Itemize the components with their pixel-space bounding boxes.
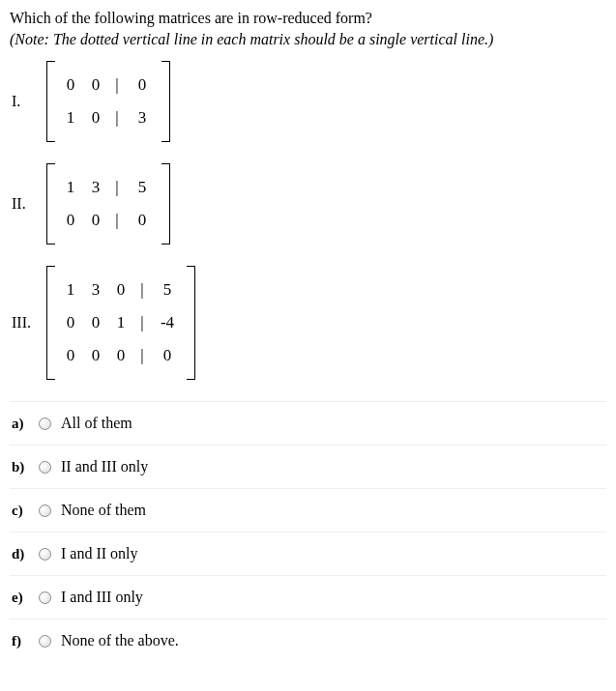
option-radio[interactable] [39,461,51,474]
option-label: c) [12,503,37,519]
option-label: b) [12,459,37,475]
table-row: 0 0 0 | 0 [58,339,184,372]
option-radio[interactable] [39,548,51,561]
matrix-cell: 3 [126,108,159,128]
matrix-cell: 0 [108,280,133,300]
option-label: f) [12,633,37,649]
answer-options: a) All of them b) II and III only c) Non… [10,401,606,662]
option-radio[interactable] [39,591,51,604]
option-label: d) [12,546,37,562]
matrix-cell: 1 [58,280,83,300]
option-a[interactable]: a) All of them [10,401,606,445]
matrix-cell: 0 [126,211,159,230]
matrix-cell: 1 [108,313,133,332]
matrix-2: 1 3 | 5 0 0 | 0 [46,163,170,245]
option-label: e) [12,590,37,606]
matrix-cell: 5 [126,178,159,197]
option-text: I and III only [61,589,143,606]
table-row: 1 3 | 5 [58,171,159,204]
matrix-cell: 0 [126,75,159,95]
matrix-label: III. [12,314,46,331]
option-text: None of the above. [61,632,179,649]
matrix-cell: 0 [83,75,108,95]
matrix-label: II. [12,195,46,213]
aug-separator-icon: | [108,178,126,197]
matrix-block-1: I. 0 0 | 0 1 0 | 3 [12,61,606,142]
matrix-cell: 0 [58,75,83,95]
matrix-cell: 0 [83,346,108,365]
matrix-cell: 0 [108,346,133,365]
matrix-cell: -4 [151,313,184,332]
aug-separator-icon: | [133,346,151,365]
matrix-cell: 3 [83,280,108,300]
matrix-cell: 0 [58,346,83,365]
option-f[interactable]: f) None of the above. [10,619,606,662]
matrix-cell: 0 [58,313,83,332]
option-radio[interactable] [39,635,51,648]
matrix-block-3: III. 1 3 0 | 5 0 0 1 | -4 0 0 0 | 0 [12,266,606,380]
matrix-3: 1 3 0 | 5 0 0 1 | -4 0 0 0 | 0 [46,266,195,380]
option-b[interactable]: b) II and III only [10,445,606,488]
option-e[interactable]: e) I and III only [10,575,606,619]
matrix-cell: 3 [83,178,108,197]
matrix-cell: 0 [151,346,184,365]
option-d[interactable]: d) I and II only [10,532,606,575]
option-label: a) [12,416,37,432]
aug-separator-icon: | [133,313,151,332]
matrix-block-2: II. 1 3 | 5 0 0 | 0 [12,163,606,245]
matrix-cell: 1 [58,108,83,128]
aug-separator-icon: | [133,280,151,300]
table-row: 0 0 | 0 [58,69,159,101]
matrix-1: 0 0 | 0 1 0 | 3 [46,61,170,142]
table-row: 0 0 1 | -4 [58,306,184,339]
matrix-cell: 1 [58,178,83,197]
option-radio[interactable] [39,504,51,517]
matrices-container: I. 0 0 | 0 1 0 | 3 II. 1 3 | 5 [12,61,606,380]
table-row: 1 0 | 3 [58,101,159,134]
option-text: II and III only [61,458,148,475]
question-note: (Note: The dotted vertical line in each … [10,29,606,50]
option-text: All of them [61,415,132,432]
aug-separator-icon: | [108,108,126,128]
option-radio[interactable] [39,417,51,430]
matrix-cell: 5 [151,280,184,300]
question-block: Which of the following matrices are in r… [10,8,606,49]
aug-separator-icon: | [108,75,126,95]
matrix-cell: 0 [83,108,108,128]
table-row: 1 3 0 | 5 [58,274,184,306]
matrix-cell: 0 [83,211,108,230]
option-text: None of them [61,502,146,519]
matrix-label: I. [12,93,46,110]
matrix-cell: 0 [83,313,108,332]
table-row: 0 0 | 0 [58,204,159,237]
option-c[interactable]: c) None of them [10,488,606,532]
aug-separator-icon: | [108,211,126,230]
matrix-cell: 0 [58,211,83,230]
option-text: I and II only [61,545,138,562]
question-prompt: Which of the following matrices are in r… [10,8,606,29]
